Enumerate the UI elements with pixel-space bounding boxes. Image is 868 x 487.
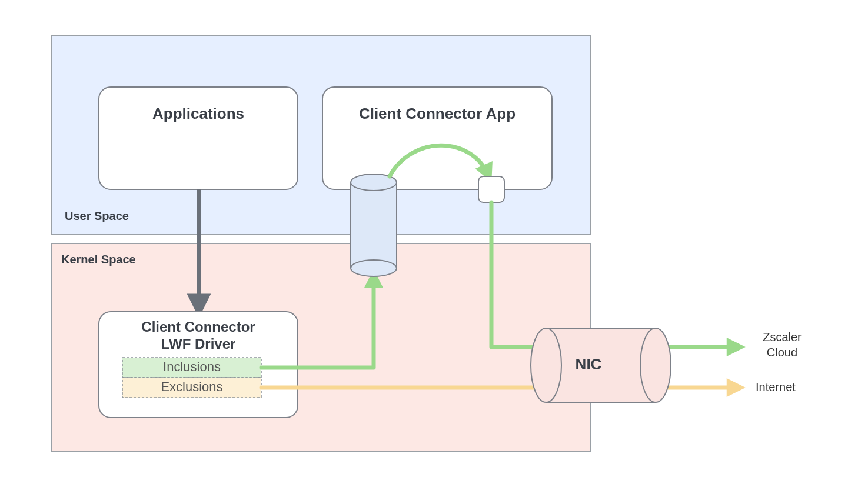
client-connector-app-box: [322, 87, 552, 189]
svg-rect-5: [546, 328, 656, 402]
inclusions-box: [122, 358, 261, 378]
applications-box: [99, 87, 298, 189]
svg-rect-0: [351, 182, 397, 268]
nic-cylinder: [531, 328, 671, 402]
cylinder-blue: [351, 174, 397, 276]
svg-point-8: [640, 328, 671, 402]
socket-box: [478, 176, 504, 202]
exclusions-box: [122, 378, 261, 398]
diagram-stage: User Space Kernel Space Applications Cli…: [0, 0, 868, 487]
svg-point-1: [351, 260, 397, 276]
diagram-svg: [0, 0, 868, 487]
